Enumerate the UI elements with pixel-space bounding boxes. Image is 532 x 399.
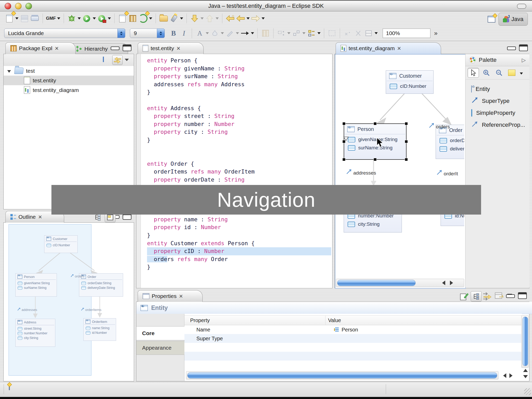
bold-button[interactable]: B	[169, 28, 178, 39]
entity-node-address[interactable]: Addressstreet:Stringnumber:Numbercity:St…	[15, 319, 55, 347]
fast-view-icon[interactable]	[9, 385, 10, 390]
code-line[interactable]: property number : Number	[147, 120, 331, 128]
note-tool-button[interactable]	[506, 68, 517, 77]
link-with-editor-button[interactable]	[112, 55, 123, 65]
property-row[interactable]: city:String	[344, 220, 402, 228]
back-button[interactable]	[236, 13, 245, 24]
maximize-view-icon[interactable]	[518, 292, 527, 299]
property-row[interactable]: name:String	[84, 326, 116, 330]
properties-vscrollbar[interactable]	[521, 315, 529, 368]
scroll-left-icon[interactable]	[442, 281, 445, 285]
scroll-right-icon[interactable]	[450, 281, 453, 285]
arrange-button[interactable]	[292, 28, 301, 39]
code-line[interactable]: property street : String	[147, 112, 331, 120]
run-dropdown[interactable]	[93, 17, 96, 19]
close-icon[interactable]: ✕	[176, 45, 181, 51]
property-row[interactable]: city:String	[16, 336, 55, 340]
back-dropdown[interactable]	[247, 17, 250, 19]
resize-grip[interactable]	[524, 388, 531, 395]
properties-hscrollbar[interactable]	[186, 371, 498, 380]
debug-dropdown[interactable]	[78, 17, 81, 19]
code-line[interactable]: property cID : Number	[147, 247, 331, 255]
code-line[interactable]: orderItems refs many OrderItem	[147, 168, 331, 176]
generate-button[interactable]	[138, 13, 148, 24]
property-row[interactable]: id:Number	[84, 330, 116, 335]
save-button[interactable]	[20, 13, 29, 24]
code-line[interactable]: property id : Number	[147, 223, 331, 231]
selection-handle[interactable]	[374, 158, 377, 161]
tab-test-entity[interactable]: test.entity ✕	[138, 42, 204, 54]
restore-default-value-button[interactable]	[495, 292, 503, 301]
palette-item-referenceprop[interactable]: ReferenceProp...	[466, 119, 529, 131]
new-wizard-dropdown[interactable]	[15, 17, 18, 19]
zoom-level-combo[interactable]: 100%	[383, 29, 430, 38]
minimize-view-icon[interactable]	[507, 46, 516, 50]
code-line[interactable]: entity Customer extends Person {	[147, 240, 331, 248]
entity-node-order[interactable]: OrderorderDate:StringdeliveryDate:String	[79, 273, 123, 297]
zoom-fit-button[interactable]	[343, 28, 353, 39]
column-header-property[interactable]: Property	[184, 317, 325, 323]
font-size-stepper[interactable]	[157, 29, 165, 38]
select-all-shapes-button[interactable]	[277, 28, 286, 39]
code-line[interactable]: entity Order {	[147, 160, 331, 168]
arrow-type-button[interactable]	[240, 28, 250, 39]
distribute-button[interactable]	[364, 28, 373, 39]
code-lines[interactable]: entity Person { property givenName : Str…	[147, 57, 331, 271]
minimize-view-icon[interactable]	[111, 46, 119, 50]
outline-canvas[interactable]: CustomercID:NumberPersongivenName:String…	[4, 223, 133, 380]
palette-item-simpleproperty[interactable]: SimpleProperty	[466, 107, 529, 119]
close-icon[interactable]: ✕	[38, 214, 42, 220]
code-line[interactable]: property givenName : String	[147, 65, 331, 73]
note-tool-dropdown[interactable]	[520, 72, 523, 75]
font-size-combo[interactable]: 9	[130, 29, 165, 38]
view-menu-icon[interactable]	[125, 59, 129, 61]
search-button[interactable]	[169, 13, 179, 24]
selection-handle[interactable]	[342, 158, 345, 161]
code-line[interactable]: property orderDate : String	[147, 176, 331, 184]
code-line[interactable]	[147, 152, 331, 160]
diagram-canvas[interactable]: CustomercID:NumberPersongivenName:String…	[335, 55, 464, 278]
property-row[interactable]: surName:String	[16, 285, 57, 290]
category-tab-appearance[interactable]: Appearance	[136, 341, 190, 355]
entity-node-person[interactable]: PersongivenName:StringsurName:String	[344, 123, 407, 160]
next-annotation-dropdown[interactable]	[201, 17, 204, 19]
close-icon[interactable]: ✕	[55, 45, 59, 51]
debug-button[interactable]	[67, 13, 76, 24]
run-button[interactable]	[82, 13, 91, 24]
code-line[interactable]: property surName : String	[147, 72, 331, 81]
palette-collapse-icon[interactable]: ▷	[522, 57, 526, 63]
generate-dropdown[interactable]	[149, 17, 152, 19]
property-row[interactable]: givenName:String	[16, 281, 57, 285]
forward-dropdown[interactable]	[262, 17, 265, 19]
code-line[interactable]: property name : String	[147, 216, 331, 224]
print-button[interactable]	[30, 13, 39, 24]
arrow-type-dropdown[interactable]	[251, 32, 254, 34]
disclosure-triangle-icon[interactable]	[7, 70, 11, 73]
palette-item-supertype[interactable]: SuperType	[466, 95, 529, 107]
search-dropdown[interactable]	[180, 17, 183, 19]
palette-item-entity[interactable]: Entity	[466, 83, 529, 95]
show-advanced-properties-button[interactable]	[483, 292, 492, 302]
align-button[interactable]	[307, 28, 316, 39]
code-line[interactable]: entity Person {	[147, 57, 331, 65]
property-row[interactable]: cID:Number	[44, 243, 77, 248]
code-line[interactable]: addresses refs many Address	[147, 81, 331, 89]
connection-label-addresses[interactable]: addresses	[346, 169, 376, 176]
code-line[interactable]: entity Address {	[147, 104, 331, 112]
collapse-all-button[interactable]	[103, 57, 104, 62]
property-row[interactable]: number:Number	[16, 331, 55, 336]
column-header-value[interactable]: Value	[325, 316, 522, 325]
code-line[interactable]: }	[147, 231, 331, 240]
category-tab-core[interactable]: Core	[136, 326, 190, 340]
scroll-up-icon[interactable]	[523, 369, 528, 372]
pin-property-view-button[interactable]	[460, 292, 469, 302]
diagram-hscrollbar[interactable]	[336, 279, 464, 287]
fill-color-button[interactable]	[210, 28, 220, 39]
minimize-view-icon[interactable]	[506, 294, 515, 298]
new-entity-wizard-button[interactable]	[118, 13, 127, 24]
java-perspective-button[interactable]: Java	[498, 13, 528, 26]
property-row[interactable]: deliveryDate:String	[79, 285, 123, 290]
code-line[interactable]: }	[147, 88, 331, 96]
entity-node-orderitem[interactable]: OrderItemname:Stringid:Number	[83, 318, 116, 341]
entity-node-order[interactable]: OrderorderDate:StringdeliveryDate:String	[436, 125, 464, 159]
